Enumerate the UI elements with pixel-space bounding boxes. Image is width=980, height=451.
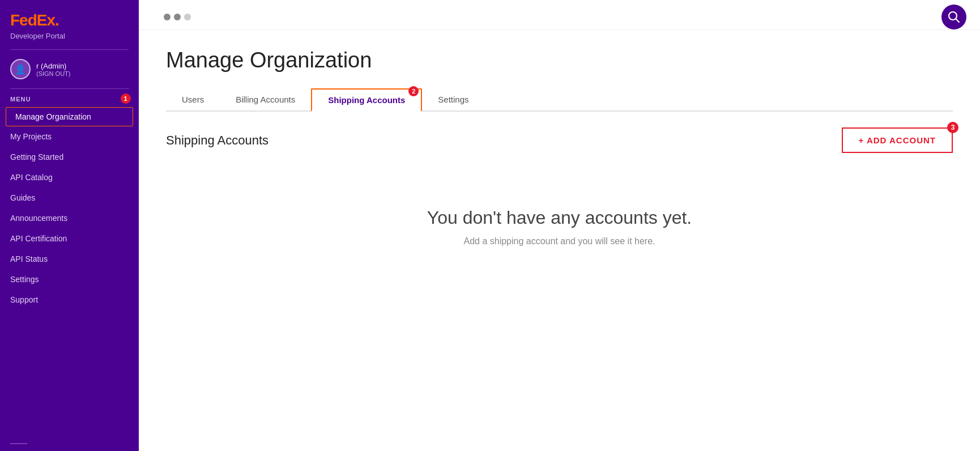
divider-2 xyxy=(10,88,129,89)
user-section: 👤 r (Admin) (SIGN OUT) xyxy=(0,50,139,88)
tab-shipping-accounts[interactable]: Shipping Accounts 2 xyxy=(311,88,422,112)
page-title: Manage Organization xyxy=(166,48,953,73)
sidebar-item-settings[interactable]: Settings xyxy=(0,269,139,290)
fed-text: Fed xyxy=(10,11,37,29)
sidebar-item-api-status[interactable]: API Status xyxy=(0,249,139,269)
section-header: Shipping Accounts + ADD ACCOUNT 3 xyxy=(166,127,953,153)
ex-text: Ex xyxy=(37,11,55,29)
sidebar-item-manage-organization[interactable]: Manage Organization xyxy=(6,107,133,126)
sidebar-item-support[interactable]: Support xyxy=(0,290,139,310)
username: r (Admin) xyxy=(36,62,71,70)
sidebar-item-announcements[interactable]: Announcements xyxy=(0,208,139,228)
tabs-bar: Users Billing Accounts Shipping Accounts… xyxy=(166,88,953,112)
empty-state-subtitle: Add a shipping account and you will see … xyxy=(464,236,655,246)
sidebar-item-getting-started[interactable]: Getting Started xyxy=(0,147,139,167)
dot-2 xyxy=(174,14,181,20)
page-content: Manage Organization Users Billing Accoun… xyxy=(139,30,980,451)
sidebar-item-my-projects[interactable]: My Projects xyxy=(0,126,139,147)
dot-1 xyxy=(164,14,171,20)
sidebar-item-api-catalog[interactable]: API Catalog xyxy=(0,167,139,188)
sidebar-item-guides[interactable]: Guides xyxy=(0,188,139,208)
search-button[interactable] xyxy=(941,5,966,29)
sidebar-item-api-certification[interactable]: API Certification xyxy=(0,228,139,249)
shipping-accounts-title: Shipping Accounts xyxy=(166,133,269,148)
add-account-wrapper: + ADD ACCOUNT 3 xyxy=(842,127,953,153)
empty-state: You don't have any accounts yet. Add a s… xyxy=(166,162,953,292)
add-account-button[interactable]: + ADD ACCOUNT xyxy=(842,127,953,153)
menu-label: MENU 1 xyxy=(0,96,139,107)
user-info: r (Admin) (SIGN OUT) xyxy=(36,62,71,77)
dev-portal-label: Developer Portal xyxy=(10,32,129,40)
search-icon xyxy=(948,11,960,23)
main-content-area: Manage Organization Users Billing Accoun… xyxy=(139,0,980,451)
dot-text: . xyxy=(55,11,59,29)
shipping-tab-badge: 2 xyxy=(408,86,419,96)
menu-badge: 1 xyxy=(121,93,131,104)
fedex-logo: FedEx. xyxy=(10,11,129,29)
sidebar-header: FedEx. Developer Portal xyxy=(0,0,139,49)
tab-settings[interactable]: Settings xyxy=(422,88,484,110)
progress-dots xyxy=(152,9,202,25)
dot-3 xyxy=(184,14,191,20)
sidebar: FedEx. Developer Portal 👤 r (Admin) (SIG… xyxy=(0,0,139,451)
tab-users[interactable]: Users xyxy=(166,88,220,110)
empty-state-title: You don't have any accounts yet. xyxy=(427,207,692,228)
add-account-badge: 3 xyxy=(947,122,958,133)
svg-line-1 xyxy=(956,19,960,23)
top-bar xyxy=(139,0,980,30)
avatar: 👤 xyxy=(10,59,31,79)
tab-billing-accounts[interactable]: Billing Accounts xyxy=(220,88,311,110)
sign-out-link[interactable]: (SIGN OUT) xyxy=(36,70,71,77)
